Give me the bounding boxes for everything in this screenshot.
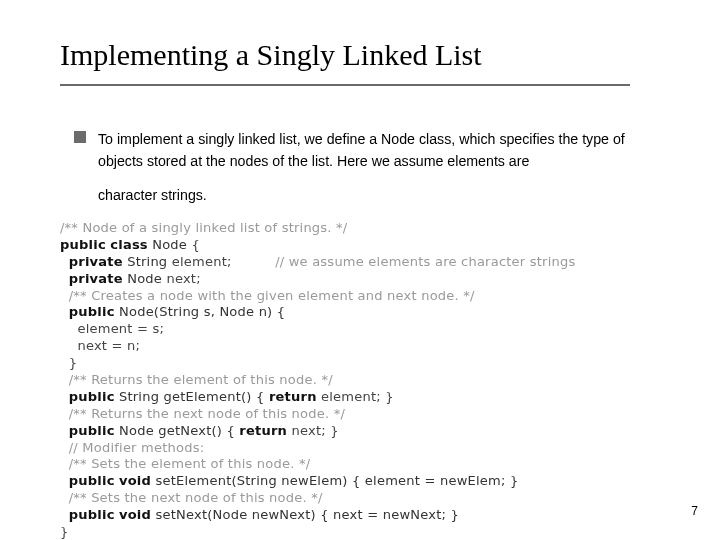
code-block: /** Node of a singly linked list of stri…: [60, 220, 684, 540]
bullet-line-2: character strings.: [98, 187, 207, 203]
bullet-item: To implement a singly linked list, we de…: [74, 128, 672, 206]
slide-title: Implementing a Singly Linked List: [60, 38, 482, 72]
page-number: 7: [691, 504, 698, 518]
title-underline: [60, 84, 630, 86]
square-bullet-icon: [74, 131, 86, 143]
slide: Implementing a Singly Linked List To imp…: [0, 0, 720, 540]
bullet-line-1: To implement a singly linked list, we de…: [98, 131, 625, 169]
bullet-text: To implement a singly linked list, we de…: [98, 128, 672, 206]
